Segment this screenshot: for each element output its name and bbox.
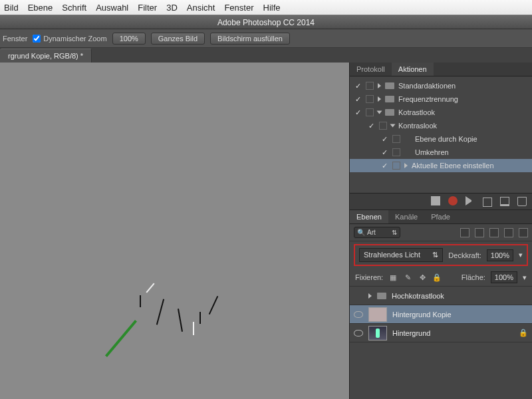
lock-position-icon[interactable]: ✥	[418, 273, 427, 282]
action-label: Standardaktionen	[398, 82, 456, 90]
layer-hintergrund[interactable]: Hintergrund 🔒	[350, 324, 532, 342]
layer-lock-row: Fixieren: ▦ ✎ ✥ 🔒 Fläche: 100% ▾	[350, 269, 532, 287]
search-icon: 🔍	[357, 229, 365, 236]
tab-aktionen[interactable]: Aktionen	[392, 63, 434, 76]
opacity-value[interactable]: 100%	[487, 249, 513, 261]
fit-screen-button[interactable]: Ganzes Bild	[151, 33, 205, 45]
chevron-right-icon[interactable]	[368, 293, 372, 299]
action-set-frequenztrennung[interactable]: ✓ Frequenztrennung	[350, 92, 532, 106]
action-set-kotrastlook[interactable]: ✓ Kotrastlook	[350, 106, 532, 119]
blend-mode-dropdown[interactable]: Strahlendes Licht ⇅	[359, 248, 443, 262]
zoom-level-button[interactable]: 100%	[112, 33, 146, 45]
system-menubar[interactable]: Bild Ebene Schrift Auswahl Filter 3D Ans…	[0, 0, 532, 15]
menu-schrift[interactable]: Schrift	[62, 3, 86, 13]
filter-shape-icon[interactable]	[504, 228, 513, 237]
side-panels: Protokoll Aktionen ✓ Standardaktionen ✓ …	[349, 63, 532, 399]
folder-icon	[385, 109, 394, 116]
action-label: Frequenztrennung	[398, 95, 458, 103]
dynzoom-check[interactable]	[33, 35, 41, 43]
document-tab[interactable]: rgrund Kopie, RGB/8) *	[0, 49, 92, 63]
fill-screen-button[interactable]: Bildschirm ausfüllen	[210, 33, 290, 45]
chevron-right-icon[interactable]	[378, 96, 381, 102]
canvas-artwork	[113, 275, 246, 382]
chevron-down-icon[interactable]	[377, 111, 382, 114]
chevron-right-icon[interactable]	[378, 83, 381, 88]
folder-icon	[385, 82, 394, 89]
action-label: Kotrastlook	[398, 108, 435, 116]
fill-value[interactable]: 100%	[491, 271, 517, 283]
filter-adjust-icon[interactable]	[475, 228, 484, 237]
canvas-area[interactable]	[0, 63, 349, 399]
canvas-image	[0, 63, 349, 399]
record-icon[interactable]	[448, 196, 458, 205]
eye-icon[interactable]	[354, 311, 363, 318]
play-icon[interactable]	[466, 196, 475, 205]
lock-pixels-icon[interactable]: ✎	[403, 273, 412, 282]
options-bar: Fenster Dynamischer Zoom 100% Ganzes Bil…	[0, 29, 532, 48]
tab-protokoll[interactable]: Protokoll	[350, 63, 392, 76]
stop-icon[interactable]	[431, 196, 440, 205]
menu-ansicht[interactable]: Ansicht	[187, 3, 215, 13]
scroll-all-windows-checkbox[interactable]: Fenster	[3, 35, 27, 43]
check-icon: ✓	[367, 122, 375, 130]
trash-icon[interactable]	[517, 197, 527, 206]
layer-group-hochkotrastlook[interactable]: Hochkotrastlook	[350, 287, 532, 305]
layer-filter-icons	[460, 228, 528, 237]
dialog-toggle[interactable]	[392, 162, 400, 170]
filter-type-icon[interactable]	[489, 228, 499, 237]
layer-filter-dropdown[interactable]: 🔍 Art ⇅	[354, 227, 400, 238]
eye-icon[interactable]	[354, 330, 363, 336]
lock-all-icon[interactable]: 🔒	[432, 273, 442, 282]
blend-mode-value: Strahlendes Licht	[364, 251, 420, 259]
action-label: Kontraslook	[398, 122, 437, 130]
new-set-icon[interactable]	[483, 198, 492, 207]
menu-bild[interactable]: Bild	[4, 3, 19, 13]
opacity-label: Deckkraft:	[448, 251, 481, 259]
actions-panel: ✓ Standardaktionen ✓ Frequenztrennung ✓ …	[350, 76, 532, 193]
action-step-umkehren[interactable]: ✓ Umkehren	[350, 146, 532, 159]
menu-fenster[interactable]: Fenster	[224, 3, 253, 13]
layers-filter-row: 🔍 Art ⇅	[350, 224, 532, 241]
filter-pixel-icon[interactable]	[460, 228, 469, 237]
dialog-toggle[interactable]	[392, 148, 400, 156]
layer-name: Hintergrund	[392, 329, 513, 337]
menu-auswahl[interactable]: Auswahl	[96, 3, 128, 13]
chevron-right-icon[interactable]	[404, 163, 408, 168]
action-step-aktuelle-ebene-einstellen[interactable]: ✓ Aktuelle Ebene einstellen	[350, 159, 532, 172]
dialog-toggle[interactable]	[366, 82, 374, 90]
dropdown-arrows-icon: ⇅	[392, 229, 397, 236]
dialog-toggle[interactable]	[379, 122, 387, 130]
filter-smart-icon[interactable]	[519, 228, 528, 237]
menu-3d[interactable]: 3D	[166, 3, 178, 13]
new-action-icon[interactable]	[500, 197, 509, 206]
dialog-toggle[interactable]	[366, 95, 374, 103]
layer-thumbnail[interactable]	[368, 307, 387, 322]
action-step-ebene-durch-kopie[interactable]: ✓ Ebene durch Kopie	[350, 132, 532, 146]
opacity-flyout-icon[interactable]: ▾	[519, 251, 523, 259]
menu-hilfe[interactable]: Hilfe	[263, 3, 281, 13]
fill-flyout-icon[interactable]: ▾	[523, 273, 527, 282]
lock-transparency-icon[interactable]: ▦	[388, 273, 398, 282]
action-label: Aktuelle Ebene einstellen	[412, 162, 494, 170]
folder-icon	[377, 293, 386, 299]
layer-hintergrund-kopie[interactable]: Hintergrund Kopie	[350, 305, 532, 324]
chevron-down-icon[interactable]	[390, 124, 396, 128]
menu-ebene[interactable]: Ebene	[28, 3, 53, 13]
lock-label: Fixieren:	[355, 273, 383, 281]
layer-name: Hintergrund Kopie	[392, 311, 528, 319]
layer-name: Hochkotrastlook	[392, 292, 528, 300]
menu-filter[interactable]: Filter	[138, 3, 157, 13]
tab-pfade[interactable]: Pfade	[424, 210, 457, 223]
layers-panel-tabs: Ebenen Kanäle Pfade	[350, 210, 532, 224]
check-icon: ✓	[380, 148, 388, 157]
check-icon: ✓	[380, 135, 388, 144]
dialog-toggle[interactable]	[392, 135, 400, 143]
action-set-standardaktionen[interactable]: ✓ Standardaktionen	[350, 79, 532, 92]
tab-ebenen[interactable]: Ebenen	[350, 210, 388, 223]
tab-kanaele[interactable]: Kanäle	[388, 210, 424, 223]
actions-toolbar	[350, 193, 532, 210]
action-kontraslook[interactable]: ✓ Kontraslook	[350, 119, 532, 132]
dialog-toggle[interactable]	[366, 108, 374, 116]
layer-thumbnail[interactable]	[368, 326, 387, 340]
dynamic-zoom-checkbox[interactable]: Dynamischer Zoom	[33, 35, 106, 43]
